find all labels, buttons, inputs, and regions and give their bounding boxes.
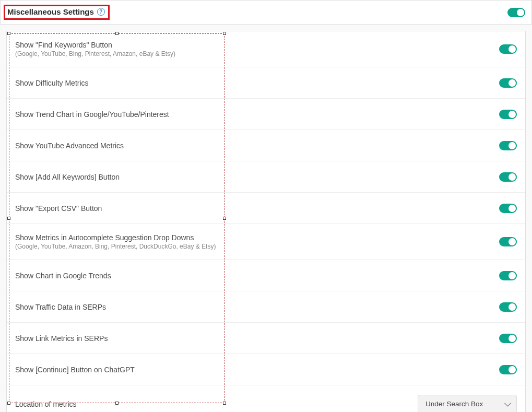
setting-label: Show YouTube Advanced Metrics (15, 142, 124, 150)
setting-subtitle: (Google, YouTube, Amazon, Bing, Pinteres… (15, 243, 216, 250)
setting-toggle[interactable] (499, 172, 517, 182)
setting-row: Location of metricsUnder Search Box (7, 385, 525, 412)
setting-title: Show Difficulty Metrics (15, 79, 89, 87)
setting-row: Show Trend Chart in Google/YouTube/Pinte… (7, 99, 525, 130)
setting-label: Show Link Metrics in SERPs (15, 334, 108, 343)
setting-toggle[interactable] (499, 302, 517, 312)
setting-toggle[interactable] (499, 44, 517, 54)
setting-label: Show "Export CSV" Button (15, 204, 102, 213)
setting-label: Show "Find Keywords" Button(Google, YouT… (15, 41, 175, 57)
setting-label: Show Traffic Data in SERPs (15, 303, 106, 311)
setting-row: Show [Add All Keywords] Button (7, 161, 525, 193)
setting-toggle[interactable] (499, 110, 517, 119)
setting-title: Show Trend Chart in Google/YouTube/Pinte… (15, 110, 169, 119)
setting-toggle[interactable] (499, 78, 517, 88)
section-title: Miscellaneous Settings (7, 7, 94, 16)
setting-title: Show "Export CSV" Button (15, 204, 102, 213)
setting-toggle[interactable] (499, 141, 517, 150)
settings-panel: Show "Find Keywords" Button(Google, YouT… (6, 31, 526, 412)
setting-row: Show Link Metrics in SERPs (7, 323, 525, 354)
setting-toggle[interactable] (499, 365, 517, 374)
setting-label: Location of metrics (15, 400, 77, 408)
setting-toggle[interactable] (499, 271, 517, 280)
setting-label: Show [Add All Keywords] Button (15, 173, 120, 181)
help-icon[interactable]: ? (97, 8, 105, 16)
section-toggle[interactable] (507, 8, 525, 17)
setting-toggle[interactable] (499, 237, 517, 246)
location-dropdown[interactable]: Under Search Box (418, 395, 517, 412)
setting-row: Show YouTube Advanced Metrics (7, 130, 525, 161)
setting-title: Show "Find Keywords" Button (15, 41, 175, 49)
setting-row: Show "Export CSV" Button (7, 193, 525, 224)
dropdown-value: Under Search Box (425, 400, 483, 408)
setting-row: Show Metrics in Autocomplete Suggestion … (7, 224, 525, 260)
setting-title: Location of metrics (15, 400, 77, 408)
setting-title: Show Metrics in Autocomplete Suggestion … (15, 233, 216, 242)
setting-row: Show Chart in Google Trends (7, 260, 525, 291)
setting-toggle[interactable] (499, 204, 517, 213)
setting-row: Show Traffic Data in SERPs (7, 291, 525, 323)
setting-title: Show YouTube Advanced Metrics (15, 142, 124, 150)
setting-title: Show [Add All Keywords] Button (15, 173, 120, 181)
setting-row: Show "Find Keywords" Button(Google, YouT… (7, 31, 525, 67)
setting-label: Show Metrics in Autocomplete Suggestion … (15, 233, 216, 250)
setting-toggle[interactable] (499, 334, 517, 343)
setting-label: Show Difficulty Metrics (15, 79, 89, 87)
section-header: Miscellaneous Settings ? (0, 0, 532, 25)
section-title-highlight: Miscellaneous Settings ? (4, 5, 110, 20)
setting-label: Show Chart in Google Trends (15, 272, 111, 280)
setting-row: Show [Continue] Button on ChatGPT (7, 354, 525, 385)
setting-subtitle: (Google, YouTube, Bing, Pinterest, Amazo… (15, 50, 175, 57)
setting-title: Show Link Metrics in SERPs (15, 334, 108, 343)
setting-title: Show [Continue] Button on ChatGPT (15, 366, 135, 374)
setting-row: Show Difficulty Metrics (7, 67, 525, 99)
setting-title: Show Chart in Google Trends (15, 272, 111, 280)
setting-label: Show [Continue] Button on ChatGPT (15, 366, 135, 374)
setting-label: Show Trend Chart in Google/YouTube/Pinte… (15, 110, 169, 119)
setting-title: Show Traffic Data in SERPs (15, 303, 106, 311)
